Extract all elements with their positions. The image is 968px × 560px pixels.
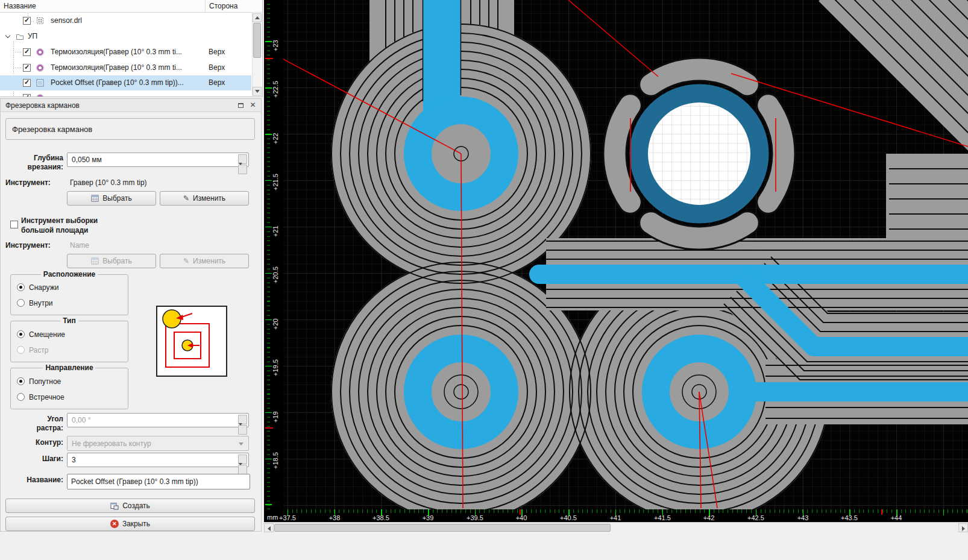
pencil-icon: ✎ [183,194,189,203]
ruler-label: +21.5 [272,174,279,190]
row-label: Pocket Offset (Гравер (10° 0.3 mm tip)).… [51,78,184,87]
tree-header: Название Сторона [0,0,262,13]
thermal-pad-icon [36,64,44,74]
panel-group-header: Фрезеровка карманов [5,118,255,140]
spin-down-button[interactable] [238,425,247,435]
direction-group-title: Направление [43,363,95,372]
tree-row-thermal-1[interactable]: Термоизоляция(Гравер (10° 0.3 mm ti... В… [0,45,251,60]
row-label: УП [28,32,37,40]
contour-value: Не фрезеровать контур [72,439,151,448]
tool-select-button[interactable]: Выбрать [67,191,156,206]
expander-icon[interactable] [5,33,10,38]
cursor-marker [881,509,882,515]
scroll-left-button[interactable] [264,523,274,532]
tool2-select-button[interactable]: Выбрать [67,254,156,268]
row-label: Термоизоляция(Гравер (10° 0.3 mm ti... [51,48,182,56]
tree-row-partial[interactable] [0,90,251,97]
ruler-label: +42.5 [747,514,764,521]
create-icon [110,502,119,510]
radio-offset[interactable] [17,330,25,338]
row-checkbox[interactable] [23,48,31,56]
steps-spinbox[interactable]: 3 [67,453,249,467]
tool2-edit-label: Изменить [193,257,225,265]
direction-group: Направление Попутное Встречное [10,368,128,409]
layers-tree-panel: Название Сторона sensor.drl УП [0,0,263,97]
scrollbar-thumb[interactable] [274,524,611,532]
contour-combobox[interactable]: Не фрезеровать контур [67,436,249,451]
ruler-label: +20 [272,318,279,330]
tree-row-sensor-drl[interactable]: sensor.drl [0,13,251,28]
tool2-value: Name [70,241,89,250]
spin-down-button[interactable] [238,465,247,474]
ruler-label: +21 [272,225,279,237]
close-label: Закрыть [122,520,150,528]
raster-angle-spinbox[interactable]: 0,00 ° [67,413,249,427]
radio-inside-label: Внутри [29,299,53,307]
ruler-label: +44 [891,514,902,521]
dock-title: Фрезеровка карманов [5,101,80,110]
raster-angle-label: Угол растра: [21,415,63,433]
ruler-label: +38.5 [372,514,389,521]
column-name[interactable]: Название [4,2,36,10]
cursor-marker [265,58,273,59]
pencil-icon: ✎ [183,257,189,265]
vertical-ruler: +23 +22.5 +22 +21.5 +21 +20.5 +20 +19.5 … [264,0,283,509]
row-checkbox[interactable] [23,64,31,72]
pcb-canvas[interactable] [283,0,968,509]
scroll-down-button[interactable] [253,87,262,96]
ruler-label: +37.5 [279,514,296,521]
ruler-label: +41.5 [654,514,671,521]
horizontal-ruler: mm +37.5 +38 +38.5 +39 +39.5 +40 +40.5 +… [264,509,968,522]
unit-label: mm [267,514,278,521]
tree-row-pocket-offset[interactable]: Pocket Offset (Гравер (10° 0.3 mm tip)).… [0,75,251,90]
close-icon[interactable]: ✕ [248,101,257,110]
type-group: Тип Смещение Растр [10,321,128,362]
horizontal-scrollbar[interactable] [264,522,968,532]
ruler-label: +22 [272,133,279,144]
scroll-right-button[interactable] [958,523,968,532]
radio-conventional[interactable] [17,393,25,401]
tool2-select-label: Выбрать [102,257,131,265]
tree-row-thermal-2[interactable]: Термоизоляция(Гравер (10° 0.3 mm ti... В… [0,60,251,75]
tool-label: Инструмент: [5,178,51,187]
create-button[interactable]: Создать [5,499,255,513]
close-panel-button[interactable]: ✕ Закрыть [5,517,255,531]
row-label: sensor.drl [51,16,82,25]
ruler-label: +43.5 [841,514,858,521]
dock-titlebar[interactable]: Фрезеровка карманов ✕ [1,99,261,112]
tree-row-up-folder[interactable]: УП [0,29,251,44]
scrollbar-thumb[interactable] [253,23,261,58]
raster-angle-value: 0,00 ° [72,416,91,424]
float-icon[interactable] [236,101,245,110]
row-checkbox[interactable] [23,79,31,87]
tree-scrollbar[interactable] [252,13,262,96]
ruler-label: +18.5 [272,452,279,469]
row-checkbox[interactable] [23,94,31,97]
depth-label: Глубина врезания: [5,154,63,172]
ruler-label: +39.5 [467,514,483,521]
dock-body: Фрезеровка карманов Глубина врезания: 0,… [1,112,261,531]
radio-outside-label: Снаружи [29,283,58,292]
tool-edit-label: Изменить [193,194,225,203]
row-checkbox[interactable] [23,17,31,25]
ruler-label: +38 [329,514,341,521]
cursor-marker [265,427,273,429]
panel-group-title: Фрезеровка карманов [12,125,92,134]
tool2-edit-button[interactable]: ✎ Изменить [160,254,249,268]
ruler-label: +40 [516,514,527,521]
radio-climb[interactable] [17,377,25,385]
location-group-title: Расположение [41,270,98,278]
ruler-label: +39 [423,514,434,521]
spin-down-button[interactable] [238,165,247,174]
radio-outside[interactable] [17,283,25,291]
tool-value: Гравер (10° 0.3 mm tip) [70,178,147,187]
depth-spinbox[interactable]: 0,050 мм [67,153,249,167]
scroll-up-button[interactable] [253,13,262,22]
radio-raster[interactable] [17,346,25,354]
radio-offset-label: Смещение [29,330,65,339]
pocket-name-input[interactable] [67,474,250,489]
tool-edit-button[interactable]: ✎ Изменить [160,191,249,206]
radio-inside[interactable] [17,299,25,307]
large-area-checkbox[interactable] [10,221,18,228]
column-side[interactable]: Сторона [205,0,251,12]
